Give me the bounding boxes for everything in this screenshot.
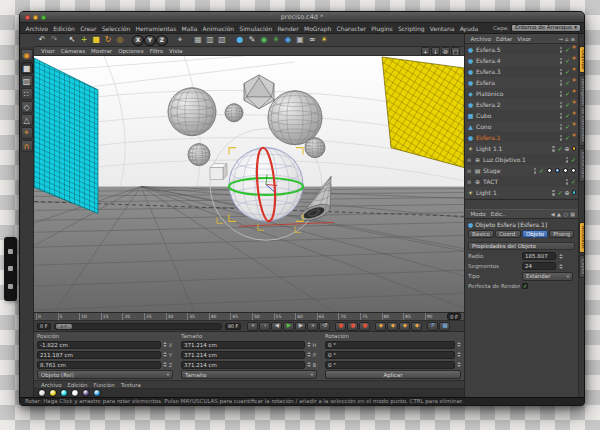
visibility-dots-icon[interactable] [560, 91, 563, 97]
start-frame-field[interactable]: 0 F [37, 323, 51, 330]
grid-icon[interactable]: ▦ [570, 211, 575, 217]
add-deformer-icon[interactable]: ✳ [270, 35, 282, 46]
object-row-esfera-4[interactable]: ●Esfera.4✓* [465, 55, 578, 66]
prev-key-button[interactable]: ‹ [259, 322, 270, 331]
phong-tag-icon[interactable]: * [572, 80, 576, 86]
axis-mode-icon[interactable]: ⌖ [21, 127, 33, 139]
visibility-dots-icon[interactable] [534, 168, 537, 174]
prev-frame-button[interactable]: ◀ [271, 322, 282, 331]
side-tab-objetos[interactable]: Objetos [579, 46, 585, 73]
loop-button[interactable]: ↺ [319, 322, 330, 331]
add-floor-icon[interactable]: ∞ [306, 35, 318, 46]
timeline-slider-handle[interactable]: 0 F [56, 324, 72, 329]
texture-tag-icon[interactable] [571, 168, 576, 173]
enabled-check-icon[interactable]: ✓ [565, 101, 570, 108]
minimize-button[interactable] [33, 15, 38, 20]
visibility-dots-icon[interactable] [560, 113, 563, 119]
value-spinner-icon[interactable] [162, 341, 167, 349]
enabled-check-icon[interactable]: ✓ [565, 112, 570, 119]
lock-z-icon[interactable]: Z [156, 35, 168, 46]
home-icon[interactable]: ⌂ [565, 36, 569, 42]
attribute-value-field[interactable]: 24 [522, 262, 556, 270]
object-row-cubo[interactable]: ■Cubo✓* [465, 110, 578, 121]
enabled-check-icon[interactable]: ✓ [565, 123, 570, 130]
enabled-check-icon[interactable]: ✓ [565, 134, 570, 141]
menu-item-character[interactable]: Character [334, 25, 369, 32]
coordinate-system-icon[interactable]: ⌖ [174, 35, 186, 46]
enabled-check-icon[interactable]: ✓ [571, 178, 576, 185]
texture-tag-icon[interactable] [547, 168, 552, 173]
goto-start-button[interactable]: « [247, 322, 258, 331]
filter-icon[interactable]: ≡ [570, 36, 575, 42]
visibility-dots-icon[interactable] [560, 69, 563, 75]
value-spinner-icon[interactable] [558, 262, 563, 270]
lock-y-icon[interactable]: Y [144, 35, 156, 46]
size-field[interactable]: 371.214 cm [181, 361, 305, 369]
viewport-menu-c-maras[interactable]: Cámaras [58, 48, 88, 54]
expander-icon[interactable]: ⊞ [467, 157, 472, 163]
scale-icon[interactable]: ■ [90, 35, 102, 46]
autokey-toggle-button[interactable]: ● [347, 322, 358, 331]
object-row-light-1-1[interactable]: ☀Light 1.1✓⊕ [465, 143, 578, 154]
phong-tag-icon[interactable]: * [572, 69, 576, 75]
enabled-check-icon[interactable]: ✓ [565, 57, 570, 64]
timeline-ruler[interactable]: 051015202530354045505560657075808590 0 F [34, 313, 464, 321]
visibility-dots-icon[interactable] [552, 190, 555, 196]
rotate-icon[interactable]: ↻ [102, 35, 114, 46]
model-mode-icon[interactable]: ■ [21, 62, 33, 74]
menu-item-simulaci-n[interactable]: Simulación [237, 25, 275, 32]
value-spinner-icon[interactable] [162, 361, 167, 369]
menu-item-edici-n[interactable]: Edición [51, 25, 78, 32]
object-row-tact[interactable]: ⊞⊕TACT✓ [465, 176, 578, 187]
visibility-dots-icon[interactable] [560, 47, 563, 53]
up-icon[interactable]: ▲ [557, 211, 561, 217]
menu-item-scripting[interactable]: Scripting [395, 25, 427, 32]
polygon-mode-icon[interactable]: △ [21, 114, 33, 126]
size-mode-dropdown[interactable]: Tamaño▾ [181, 370, 317, 379]
expander-icon[interactable]: ⊞ [467, 179, 472, 185]
position-field[interactable]: 211.187 cm [37, 351, 161, 359]
material-purple[interactable] [82, 389, 90, 397]
visibility-dots-icon[interactable] [560, 124, 563, 130]
visibility-dots-icon[interactable] [560, 80, 563, 86]
viewport-menu-visor[interactable]: Visor [38, 48, 58, 54]
material-blue[interactable] [93, 389, 101, 397]
menu-item-ventana[interactable]: Ventana [427, 25, 457, 32]
timeline-slider[interactable]: 0 F [54, 323, 222, 330]
zoom-button[interactable] [41, 15, 46, 20]
add-environment-icon[interactable]: ◆ [282, 35, 294, 46]
apply-button[interactable]: Aplicar [325, 370, 461, 379]
material-menu-funci-n[interactable]: Función [90, 382, 117, 388]
close-button[interactable] [25, 15, 30, 20]
material-menu-archivo[interactable]: Archivo [38, 382, 65, 388]
toggle-view-icon[interactable]: □ [451, 47, 460, 55]
object-row-esfera-3[interactable]: ●Esfera.3✓* [465, 66, 578, 77]
move-icon[interactable]: + [78, 35, 90, 46]
expander-icon[interactable]: ⊞ [467, 168, 472, 174]
back-icon[interactable]: ◀ [551, 211, 555, 217]
value-spinner-icon[interactable] [456, 351, 461, 359]
point-mode-icon[interactable]: ∷ [21, 88, 33, 100]
material-silver[interactable] [38, 389, 46, 397]
key-rotation-button[interactable]: ◆ [399, 322, 410, 331]
phong-tag-icon[interactable]: * [572, 91, 576, 97]
side-tab-capas[interactable]: Capas [579, 255, 585, 278]
visibility-dots-icon[interactable] [560, 135, 563, 141]
menu-item-mograph[interactable]: MoGraph [301, 25, 333, 32]
am-menu-edit[interactable]: Edic.. [488, 211, 508, 217]
position-field[interactable]: 8.761 cm [37, 361, 161, 369]
object-manager-menu-editar[interactable]: Editar [494, 36, 515, 42]
material-menu-edici-n[interactable]: Edición [65, 382, 91, 388]
menu-item-malla[interactable]: Malla [179, 25, 200, 32]
viewport-menu-vista[interactable]: Vista [166, 48, 186, 54]
object-row-luz-objetivo-1[interactable]: ⊞⊕Luz.Objetivo.1✓ [465, 154, 578, 165]
panel-arrow-icon[interactable]: → [558, 36, 563, 42]
menu-item-selecci-n[interactable]: Selección [99, 25, 133, 32]
value-spinner-icon[interactable] [306, 351, 311, 359]
object-manager-menu-visor[interactable]: Visor [515, 36, 534, 42]
size-field[interactable]: 371.214 cm [181, 351, 305, 359]
goto-end-button[interactable]: » [307, 322, 318, 331]
object-row-light-1[interactable]: ☀Light 1✓⊕ [465, 187, 578, 198]
phong-tag-icon[interactable]: * [572, 102, 576, 108]
attribute-value-field[interactable]: 185.807 cm [522, 252, 556, 260]
